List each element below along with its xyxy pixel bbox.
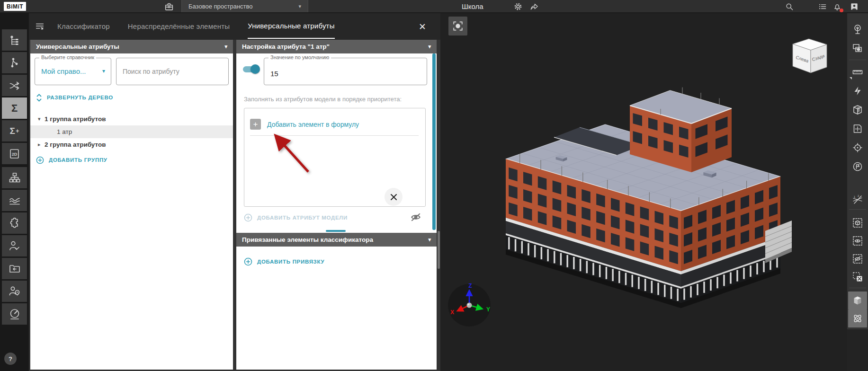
close-formula-button[interactable] (385, 188, 403, 206)
clear-selection-button[interactable] (848, 268, 867, 286)
account-button[interactable] (849, 1, 859, 12)
tab-universal-attributes[interactable]: Универсальные атрибуты (248, 13, 334, 39)
list-button[interactable] (817, 1, 828, 12)
model-viewport[interactable]: Слева Сзади Z X Y (440, 13, 847, 371)
sidebar-item-add-attributes[interactable]: Σ+ (2, 120, 27, 141)
ruler-icon (852, 66, 863, 78)
collapse-panel-button[interactable] (35, 21, 45, 32)
sidebar-item-import[interactable] (2, 258, 27, 279)
eye-box-icon (852, 235, 863, 247)
viewer-toolbar: 1 2 (847, 13, 868, 329)
formula-divider (250, 135, 419, 136)
target-icon (852, 142, 863, 153)
axis-x-label: X (450, 309, 454, 316)
projects-icon[interactable] (164, 1, 174, 12)
sidebar-item-user-locations[interactable] (2, 281, 27, 302)
help-button[interactable]: ? (4, 353, 17, 365)
sidebar-item-classifier-tree[interactable] (2, 29, 27, 51)
vegetation-button[interactable] (848, 20, 867, 38)
share-button[interactable] (529, 1, 539, 12)
sidebar-item-structure[interactable] (2, 167, 27, 188)
add-model-attribute-button[interactable]: ДОБАВИТЬ АТРИБУТ МОДЕЛИ (244, 212, 348, 223)
project-settings-button[interactable] (513, 1, 523, 12)
puzzle-icon (8, 217, 21, 230)
left-toolbar: Σ Σ+ 2D (0, 13, 29, 371)
universal-attributes-header[interactable]: Универсальные атрибуты ▾ (30, 40, 233, 53)
tree-attribute-selected[interactable]: 1 атр (30, 125, 233, 138)
eye-off-box-icon (852, 253, 863, 265)
measure-button[interactable] (848, 63, 867, 81)
attribute-settings-header[interactable]: Настройка атрибута "1 атр" ▾ (236, 40, 437, 53)
section-box-button[interactable] (848, 101, 867, 119)
show-button[interactable] (848, 232, 867, 250)
close-icon (390, 193, 398, 201)
hide-attribute-button[interactable] (410, 211, 422, 223)
sidebar-item-dashboard[interactable] (2, 303, 27, 325)
floor-plan-button[interactable] (848, 120, 867, 138)
isolate-box-icon (852, 217, 863, 229)
clash-button[interactable] (848, 82, 867, 100)
sidebar-item-connections[interactable] (2, 52, 27, 73)
shaded-cube-icon (852, 295, 863, 306)
list-icon (818, 2, 827, 11)
tree-expanded-icon: ▾ (38, 116, 45, 122)
chevron-down-icon: ▾ (298, 4, 301, 9)
sidebar-item-plugins[interactable] (2, 212, 27, 234)
app-logo[interactable]: BiMiT (4, 2, 26, 11)
settings-vertical-scrollbar[interactable] (432, 53, 436, 230)
tree-group-1[interactable]: ▾ 1 группа атрибутов (30, 113, 233, 125)
navigation-cube[interactable]: Слева Сзади (791, 36, 834, 76)
attribute-search-input[interactable] (116, 58, 229, 85)
add-formula-element-button[interactable]: + (250, 119, 261, 130)
tree-icon (852, 24, 863, 35)
collapse-menu-icon (35, 21, 45, 32)
sigma-plus-icon: Σ (10, 126, 15, 136)
sidebar-item-charts[interactable] (2, 190, 27, 211)
sidebar-item-mapping[interactable] (2, 75, 27, 96)
project-title: Школа (462, 2, 483, 10)
bound-elements-header[interactable]: Привязанные элементы классификатора ▾ (236, 233, 437, 247)
user-check-icon (8, 239, 21, 253)
flag-button[interactable] (848, 158, 867, 176)
add-formula-element-link[interactable]: Добавить элемент в формулу (267, 121, 359, 128)
axis-z-label: Z (468, 283, 472, 289)
svg-text:2D: 2D (11, 151, 17, 156)
search-button[interactable] (784, 1, 795, 12)
gear-icon (513, 2, 523, 11)
node-link-icon (8, 56, 21, 70)
formula-box: + Добавить элемент в формулу (244, 108, 426, 207)
panel-outer-scrollbar[interactable] (438, 231, 440, 269)
isolate-button[interactable] (848, 214, 867, 232)
flag-circle-icon (852, 161, 863, 172)
bimit-app: BiMiT Базовое пространство ▾ Школа (0, 0, 868, 371)
plus-circle-icon (36, 156, 44, 164)
add-group-button[interactable]: ДОБАВИТЬ ГРУППУ (36, 155, 107, 165)
add-binding-button[interactable]: ДОБАВИТЬ ПРИВЯЗКУ (244, 256, 324, 267)
sigma-icon: Σ (11, 102, 18, 115)
grid-axes-button[interactable]: 1 2 (848, 191, 867, 209)
plus-circle-icon (244, 213, 252, 222)
sidebar-item-2d-view[interactable]: 2D (2, 143, 27, 164)
default-value-input[interactable] (270, 70, 412, 78)
tree-group-2[interactable]: ▸ 2 группа атрибутов (30, 138, 233, 151)
workspace-selector[interactable]: Базовое пространство ▾ (181, 0, 308, 12)
default-value-toggle[interactable] (242, 64, 260, 74)
reference-select[interactable]: Выберите справочник Мой справо... ▾ (35, 58, 111, 85)
locate-button[interactable] (848, 139, 867, 157)
attributes-workspace-panel: Классификатор Нераспределённые элементы … (29, 13, 440, 371)
hide-button[interactable] (848, 250, 867, 268)
sidebar-item-approvals[interactable] (2, 235, 27, 256)
classifier-tree-icon (8, 34, 21, 47)
notifications-button[interactable] (832, 1, 842, 12)
shaded-view-button[interactable] (848, 292, 867, 309)
tab-unallocated-elements[interactable]: Нераспределённые элементы (128, 13, 230, 39)
fit-view-button[interactable] (448, 17, 467, 35)
svg-text:1: 1 (854, 195, 855, 198)
sidebar-item-universal-attributes[interactable]: Σ (2, 97, 27, 119)
close-panel-button[interactable]: ✕ (417, 21, 428, 32)
settings-horizontal-scrollbar[interactable] (326, 230, 346, 232)
select-elements-button[interactable] (848, 39, 867, 57)
tab-classifier[interactable]: Классификатор (57, 13, 110, 39)
expand-tree-button[interactable]: РАЗВЕРНУТЬ ДЕРЕВО (36, 93, 113, 102)
orbit-button[interactable] (848, 309, 867, 327)
